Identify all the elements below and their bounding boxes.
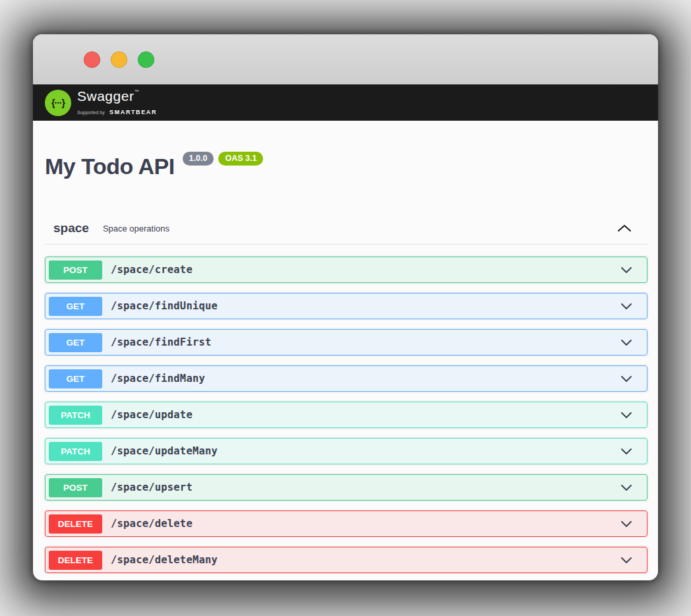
operation-row-space-create[interactable]: POST /space/create bbox=[45, 257, 647, 283]
swagger-topbar: {···} Swagger™ Supported by SMARTBEAR bbox=[33, 84, 658, 121]
operation-path: /space/delete bbox=[111, 518, 193, 530]
operation-path: /space/findUnique bbox=[111, 300, 218, 312]
page-title: My Todo API bbox=[45, 155, 175, 177]
tag-name: space bbox=[53, 221, 89, 235]
api-badges: 1.0.0 OAS 3.1 bbox=[183, 152, 264, 166]
brand-name: Swagger bbox=[77, 88, 134, 104]
method-badge: GET bbox=[49, 333, 102, 352]
oas-badge: OAS 3.1 bbox=[218, 152, 263, 166]
chevron-down-icon[interactable] bbox=[619, 481, 634, 493]
chevron-down-icon[interactable] bbox=[619, 264, 634, 276]
operation-row-space-upsert[interactable]: POST /space/upsert bbox=[45, 474, 647, 501]
operation-path: /space/updateMany bbox=[111, 445, 218, 457]
trademark-symbol: ™ bbox=[134, 89, 138, 94]
window-controls bbox=[84, 51, 154, 68]
api-doc-content: My Todo API 1.0.0 OAS 3.1 space Space op… bbox=[33, 155, 658, 573]
tag-section-header[interactable]: space Space operations bbox=[45, 221, 647, 245]
operation-row-space-deletemany[interactable]: DELETE /space/deleteMany bbox=[45, 547, 647, 573]
window-titlebar bbox=[33, 34, 658, 84]
supported-by-label: Supported by bbox=[77, 110, 105, 115]
operation-row-space-delete[interactable]: DELETE /space/delete bbox=[45, 510, 647, 537]
chevron-down-icon[interactable] bbox=[619, 445, 634, 457]
operation-path: /space/findFirst bbox=[111, 336, 212, 348]
swagger-logo-icon[interactable]: {···} bbox=[45, 90, 71, 116]
chevron-up-icon[interactable] bbox=[616, 222, 633, 235]
operation-row-space-findunique[interactable]: GET /space/findUnique bbox=[45, 293, 647, 319]
method-badge: POST bbox=[49, 261, 102, 280]
method-badge: PATCH bbox=[49, 442, 102, 461]
operation-path: /space/findMany bbox=[111, 373, 205, 385]
chevron-down-icon[interactable] bbox=[619, 518, 634, 530]
zoom-button[interactable] bbox=[138, 51, 154, 68]
curly-braces-icon: {···} bbox=[51, 98, 65, 108]
operation-row-space-findmany[interactable]: GET /space/findMany bbox=[45, 365, 647, 392]
chevron-down-icon[interactable] bbox=[619, 373, 634, 385]
method-badge: DELETE bbox=[49, 514, 102, 534]
chevron-down-icon[interactable] bbox=[619, 409, 634, 421]
api-info-header: My Todo API 1.0.0 OAS 3.1 bbox=[45, 155, 647, 177]
operation-path: /space/deleteMany bbox=[111, 554, 218, 566]
close-button[interactable] bbox=[84, 51, 100, 68]
tag-description: Space operations bbox=[103, 224, 169, 233]
swagger-brand[interactable]: Swagger™ Supported by SMARTBEAR bbox=[77, 89, 157, 116]
method-badge: POST bbox=[49, 478, 102, 497]
chevron-down-icon[interactable] bbox=[619, 300, 634, 312]
method-badge: GET bbox=[49, 369, 102, 388]
operation-row-space-update[interactable]: PATCH /space/update bbox=[45, 402, 647, 428]
operations-list: POST /space/create GET /space/findUnique… bbox=[45, 257, 647, 573]
method-badge: DELETE bbox=[49, 551, 102, 570]
operation-row-space-findfirst[interactable]: GET /space/findFirst bbox=[45, 329, 647, 355]
app-window: {···} Swagger™ Supported by SMARTBEAR My… bbox=[33, 34, 658, 580]
version-badge: 1.0.0 bbox=[183, 152, 214, 166]
smartbear-wordmark: SMARTBEAR bbox=[109, 109, 157, 115]
screenshot-stage: {···} Swagger™ Supported by SMARTBEAR My… bbox=[0, 0, 691, 616]
minimize-button[interactable] bbox=[111, 51, 127, 68]
method-badge: GET bbox=[49, 297, 102, 316]
operation-row-space-updatemany[interactable]: PATCH /space/updateMany bbox=[45, 438, 647, 464]
chevron-down-icon[interactable] bbox=[619, 336, 634, 348]
operation-path: /space/upsert bbox=[111, 481, 193, 493]
operation-path: /space/update bbox=[111, 409, 193, 421]
method-badge: PATCH bbox=[49, 406, 102, 425]
chevron-down-icon[interactable] bbox=[619, 554, 634, 566]
operation-path: /space/create bbox=[111, 264, 193, 276]
